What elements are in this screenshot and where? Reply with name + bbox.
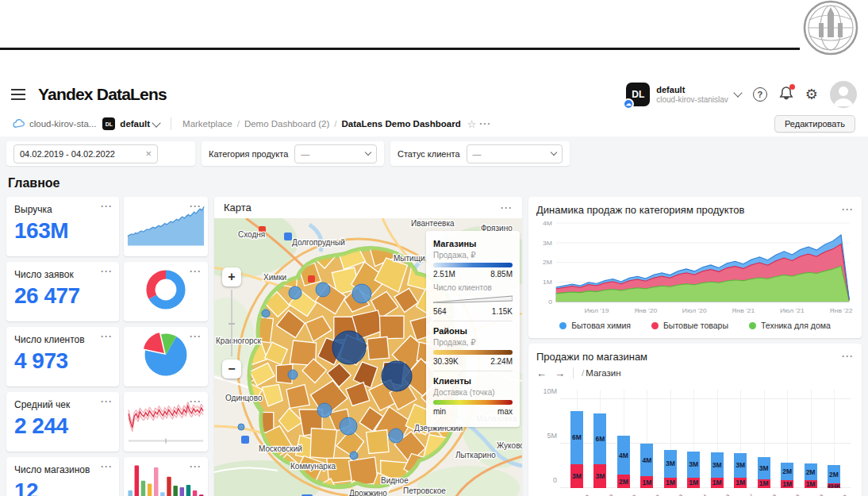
bar-segment[interactable]: 3M	[711, 452, 724, 478]
bar-column[interactable]: 2M4M	[613, 390, 634, 488]
sales-area-chart[interactable]: 01M2M3M4MИюл '19Янв '20Июл '20Янв '21Июл…	[536, 217, 854, 316]
folder-name[interactable]: default	[120, 119, 150, 129]
shop-bubble[interactable]	[389, 429, 403, 443]
bar-segment[interactable]: 1M	[781, 480, 793, 488]
bar-segment[interactable]: 2M	[617, 475, 630, 488]
date-range-input[interactable]: 04.02.2019 - 04.02.2022 ×	[13, 144, 158, 163]
sales-dynamics-menu-icon[interactable]: ···	[842, 204, 854, 215]
bar-x-label[interactable]: Эпсилон	[683, 490, 704, 496]
bar-x-label[interactable]: Дельта	[660, 490, 681, 496]
bar-column[interactable]: 1M3M	[707, 390, 728, 488]
bar-column[interactable]: 1M3M	[754, 390, 774, 488]
bar-segment[interactable]: 4M	[640, 444, 653, 476]
drill-breadcrumb[interactable]: /Магазин	[582, 368, 621, 378]
shop-bubble[interactable]	[317, 403, 332, 417]
help-icon[interactable]: ?	[753, 87, 767, 102]
shop-bubble[interactable]	[352, 284, 371, 303]
bar-x-label[interactable]: Эта	[777, 490, 797, 496]
app-logo[interactable]: Yandex DataLens	[38, 85, 167, 104]
zoom-slider[interactable]	[231, 290, 232, 356]
kpi-chart-card[interactable]: ···	[124, 392, 208, 452]
zoom-out-button[interactable]: −	[222, 360, 241, 379]
cloud-folder[interactable]: cloud-kirov-sta...	[29, 119, 96, 129]
bar-segment[interactable]: 3M	[734, 453, 747, 478]
bar-x-label[interactable]: Каппа	[613, 490, 634, 496]
map-canvas[interactable]: СходняДолгопрудныйМытищиХимкиКрасногорск…	[214, 218, 522, 496]
bell-icon[interactable]	[779, 86, 793, 104]
bar-segment[interactable]: 3M	[687, 452, 700, 478]
bar-column[interactable]: 1M3M	[683, 390, 704, 488]
bar-x-label[interactable]: Омега	[707, 490, 728, 496]
shop-bubble[interactable]	[316, 283, 330, 297]
kpi-chart-card[interactable]: ···	[124, 262, 208, 321]
bar-segment[interactable]: 1M	[758, 479, 770, 488]
kpi-menu-icon[interactable]: ···	[101, 201, 113, 212]
legend-item[interactable]: Техника для дома	[749, 321, 831, 330]
shop-bubble[interactable]	[289, 286, 301, 299]
bar-column[interactable]: 3M6M	[590, 390, 610, 488]
kpi-chart-menu-icon[interactable]: ···	[190, 461, 202, 472]
shop-bubble[interactable]	[288, 370, 298, 379]
bar-column[interactable]: 1M4M	[636, 390, 657, 488]
clear-date-icon[interactable]: ×	[145, 148, 152, 160]
bar-segment[interactable]: 3M	[664, 450, 677, 478]
bar-segment[interactable]: 3M	[758, 457, 770, 479]
kpi-chart-card[interactable]: ···	[124, 327, 208, 386]
shop-bubble[interactable]	[350, 452, 358, 459]
status-select[interactable]: —	[467, 144, 563, 163]
map-menu-icon[interactable]: ···	[501, 202, 513, 213]
bar-segment[interactable]: 3M	[570, 464, 583, 488]
bar-segment[interactable]: 1M	[805, 480, 817, 488]
bar-segment[interactable]: 494K	[828, 483, 840, 488]
shop-bubble[interactable]	[382, 361, 412, 391]
kpi-chart-menu-icon[interactable]: ···	[190, 201, 202, 212]
bar-x-label[interactable]: Сигма	[754, 490, 774, 496]
bar-x-label[interactable]: Тау	[730, 490, 751, 496]
tenant-switcher[interactable]: DL ☁ default cloud-kirov-stanislav	[626, 83, 741, 106]
category-select[interactable]: —	[294, 144, 377, 163]
shop-bubble[interactable]	[340, 417, 357, 435]
legend-item[interactable]: Бытовые товары	[651, 321, 728, 330]
more-menu-icon[interactable]: ···	[479, 118, 491, 129]
menu-burger-icon[interactable]	[11, 89, 25, 100]
breadcrumb-item[interactable]: Marketplace	[182, 119, 232, 129]
kpi-chart-menu-icon[interactable]: ···	[190, 396, 202, 407]
bar-segment[interactable]: 6M	[570, 411, 583, 464]
bar-segment[interactable]: 1M	[664, 478, 677, 488]
avatar[interactable]	[830, 81, 857, 108]
kpi-chart-card[interactable]: ···	[124, 197, 208, 256]
kpi-menu-icon[interactable]: ···	[101, 461, 113, 472]
shop-bubble[interactable]	[332, 331, 366, 364]
bar-x-label[interactable]: Дзета	[590, 490, 610, 496]
bar-column[interactable]: 1M3M	[730, 390, 751, 488]
bar-segment[interactable]: 4M	[617, 436, 630, 475]
edit-button[interactable]: Редактировать	[774, 115, 855, 133]
bar-x-label[interactable]: Гамма	[636, 490, 657, 496]
bar-column[interactable]: 3M6M	[567, 390, 587, 488]
breadcrumb-item[interactable]: DataLens Demo Dashboard	[342, 119, 461, 129]
chevron-down-icon[interactable]	[152, 118, 160, 127]
bar-segment[interactable]: 2M	[781, 463, 793, 480]
zoom-in-button[interactable]: +	[222, 267, 241, 286]
bar-column[interactable]: 1M2M	[801, 390, 821, 488]
bar-column[interactable]: 494K2M	[824, 390, 844, 488]
breadcrumb-item[interactable]: Demo Dashboard (2)	[244, 119, 329, 129]
gear-icon[interactable]: ⚙	[805, 87, 818, 102]
legend-item[interactable]: Бытовая химия	[559, 321, 631, 330]
kpi-chart-menu-icon[interactable]: ···	[190, 331, 202, 342]
bar-segment[interactable]: 1M	[734, 478, 747, 488]
bar-column[interactable]: 1M2M	[777, 390, 797, 488]
drill-back-icon[interactable]: ←	[536, 367, 547, 379]
shop-bubble[interactable]	[262, 310, 270, 317]
kpi-menu-icon[interactable]: ···	[101, 331, 113, 342]
drill-forward-icon[interactable]: →	[555, 367, 565, 379]
bar-segment[interactable]: 2M	[828, 465, 840, 484]
kpi-chart-menu-icon[interactable]: ···	[190, 266, 202, 277]
bar-segment[interactable]: 1M	[640, 476, 653, 488]
bar-x-label[interactable]: Бета	[567, 490, 587, 496]
kpi-menu-icon[interactable]: ···	[101, 396, 113, 407]
bar-column[interactable]: 1M3M	[660, 390, 681, 488]
shop-bubble[interactable]	[238, 424, 244, 430]
sales-by-shop-menu-icon[interactable]: ···	[842, 351, 854, 362]
bar-segment[interactable]: 2M	[805, 463, 817, 480]
